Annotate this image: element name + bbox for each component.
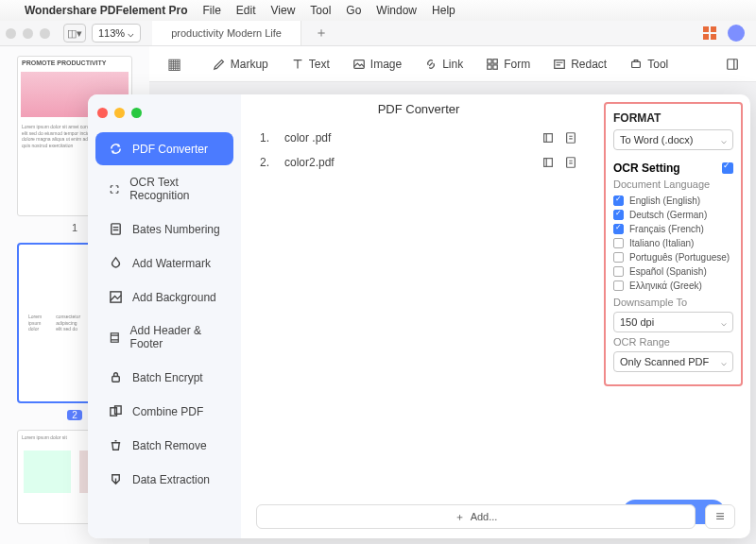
file-settings-icon[interactable] <box>541 156 555 169</box>
grid-view-icon[interactable]: ▦ <box>161 53 187 74</box>
checkbox-icon[interactable] <box>613 280 624 291</box>
nav-batch-remove[interactable]: Batch Remove <box>95 429 233 462</box>
lang-option[interactable]: Deutsch (German) <box>613 208 733 222</box>
lang-label: Italiano (Italian) <box>629 238 694 248</box>
nav-combine-pdf[interactable]: Combine PDF <box>95 395 233 428</box>
zoom-window-icon[interactable] <box>40 28 50 39</box>
nav-watermark[interactable]: Add Watermark <box>95 246 233 280</box>
app-name[interactable]: Wondershare PDFelement Pro <box>25 4 188 17</box>
menu-edit[interactable]: Edit <box>236 4 256 17</box>
nav-batch-encrypt[interactable]: Batch Encrypt <box>95 361 233 394</box>
downsample-label: Downsample To <box>613 297 733 308</box>
dialog-window-controls <box>88 104 241 131</box>
window-top-row: ◫▾ 113% ⌵ productivity Modern Life ＋ <box>0 21 756 46</box>
nav-pdf-converter[interactable]: PDF Converter <box>95 132 233 165</box>
checkbox-icon[interactable] <box>613 224 624 234</box>
tool-label: Image <box>370 58 402 71</box>
svg-rect-5 <box>555 60 565 68</box>
sidebar-toggle-button[interactable]: ◫▾ <box>63 24 86 42</box>
menu-tool[interactable]: Tool <box>310 4 331 17</box>
menu-window[interactable]: Window <box>376 4 417 17</box>
lang-option[interactable]: Italiano (Italian) <box>613 236 733 250</box>
apps-grid-icon[interactable] <box>703 26 716 40</box>
file-index: 1. <box>260 131 284 144</box>
checkbox-icon[interactable] <box>613 252 624 263</box>
format-select[interactable]: To Word (.docx) <box>613 129 733 150</box>
downsample-select[interactable]: 150 dpi <box>613 312 733 332</box>
lang-label: Deutsch (German) <box>629 210 707 220</box>
svg-rect-7 <box>728 59 738 69</box>
nav-label: Combine PDF <box>132 405 203 418</box>
document-tab[interactable]: productivity Modern Life <box>152 21 301 45</box>
lang-label: Français (French) <box>629 224 704 234</box>
dpi-value: 150 dpi <box>620 316 654 328</box>
nav-bates[interactable]: Bates Numbering <box>95 212 233 246</box>
close-icon[interactable] <box>6 28 16 39</box>
redact-tool[interactable]: Redact <box>545 54 614 75</box>
svg-rect-10 <box>111 332 118 341</box>
new-tab-button[interactable]: ＋ <box>301 21 341 45</box>
lang-option[interactable]: Português (Portuguese) <box>613 250 733 264</box>
lang-option[interactable]: Français (French) <box>613 222 733 236</box>
nav-label: Data Extraction <box>132 473 210 486</box>
settings-panel: FORMAT To Word (.docx) OCR Setting Docum… <box>596 94 750 538</box>
panel-toggle-icon[interactable] <box>718 54 747 75</box>
add-files-button[interactable]: ＋ Add... <box>256 504 696 529</box>
lang-option[interactable]: Español (Spanish) <box>613 264 733 279</box>
svg-rect-6 <box>632 61 641 67</box>
svg-rect-3 <box>488 64 491 68</box>
svg-rect-16 <box>544 159 553 167</box>
checkbox-icon[interactable] <box>613 266 624 277</box>
ocr-range-select[interactable]: Only Scanned PDF <box>613 351 733 372</box>
menu-help[interactable]: Help <box>432 4 455 17</box>
svg-rect-14 <box>544 134 553 143</box>
file-open-icon[interactable] <box>564 131 577 144</box>
close-icon[interactable] <box>97 108 108 118</box>
menu-view[interactable]: View <box>271 4 296 17</box>
nav-label: Add Watermark <box>132 257 211 270</box>
svg-rect-0 <box>354 60 365 68</box>
tool-menu[interactable]: Tool <box>622 54 676 75</box>
file-name: color .pdf <box>284 131 541 144</box>
lang-option[interactable]: English (English) <box>613 194 733 208</box>
list-options-button[interactable]: ≡ <box>705 504 735 529</box>
menu-go[interactable]: Go <box>346 4 361 17</box>
file-row[interactable]: 1. color .pdf <box>256 126 581 150</box>
nav-header-footer[interactable]: Add Header & Footer <box>95 314 233 360</box>
minimize-icon[interactable] <box>23 28 33 39</box>
image-tool[interactable]: Image <box>345 54 409 75</box>
file-open-icon[interactable] <box>564 156 577 169</box>
text-tool[interactable]: Text <box>284 54 337 75</box>
maximize-icon[interactable] <box>131 108 142 118</box>
menu-file[interactable]: File <box>203 4 221 17</box>
tab-bar: productivity Modern Life ＋ <box>152 21 703 45</box>
nav-ocr[interactable]: OCR Text Recognition <box>95 166 233 212</box>
ocr-toggle[interactable] <box>722 162 733 174</box>
checkbox-icon[interactable] <box>613 210 624 220</box>
checkbox-icon[interactable] <box>613 238 624 248</box>
mac-menubar: Wondershare PDFelement Pro File Edit Vie… <box>0 0 756 21</box>
file-settings-icon[interactable] <box>541 131 555 144</box>
markup-tool[interactable]: Markup <box>205 54 276 75</box>
nav-data-extraction[interactable]: Data Extraction <box>95 463 233 496</box>
lang-label: Ελληνικά (Greek) <box>629 280 702 291</box>
file-row[interactable]: 2. color2.pdf <box>256 150 581 175</box>
language-list[interactable]: English (English) Deutsch (German) Franç… <box>613 194 733 293</box>
pdf-converter-dialog: PDF Converter OCR Text Recognition Bates… <box>88 94 750 538</box>
link-tool[interactable]: Link <box>417 54 471 75</box>
minimize-icon[interactable] <box>114 108 125 118</box>
thumb-title: PROMOTE PRODUCTIVITY <box>18 57 131 69</box>
nav-background[interactable]: Add Background <box>95 280 233 314</box>
tool-label: Markup <box>231 58 268 71</box>
window-controls <box>6 28 50 39</box>
format-value: To Word (.docx) <box>620 134 693 145</box>
svg-rect-1 <box>488 59 491 62</box>
checkbox-icon[interactable] <box>613 196 624 206</box>
form-tool[interactable]: Form <box>478 54 538 75</box>
nav-label: Batch Remove <box>132 439 207 452</box>
lang-option[interactable]: Ελληνικά (Greek) <box>613 279 733 293</box>
file-name: color2.pdf <box>284 156 541 169</box>
zoom-select[interactable]: 113% ⌵ <box>92 24 141 42</box>
tool-label: Link <box>442 58 463 71</box>
account-avatar[interactable] <box>728 25 745 42</box>
